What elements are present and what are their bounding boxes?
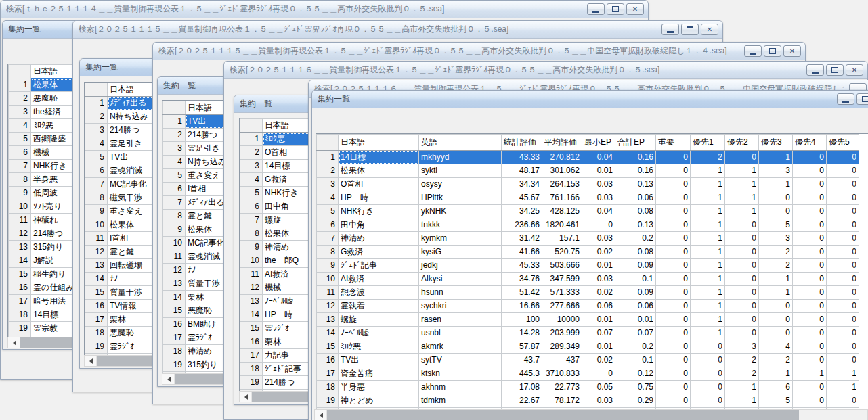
row-number-cell[interactable]: 11: [85, 232, 108, 246]
row-number-cell[interactable]: 13: [9, 241, 31, 254]
grid-cell[interactable]: 0: [725, 313, 759, 327]
grid-cell[interactable]: 0.01: [582, 259, 615, 273]
row-number-cell[interactable]: 7: [317, 232, 339, 246]
grid-cell[interactable]: rasen: [419, 313, 502, 327]
grid-cell[interactable]: 2: [759, 259, 793, 273]
maximize-button[interactable]: [607, 3, 624, 15]
grid-cell[interactable]: 0.12: [615, 367, 656, 381]
row-number-cell[interactable]: 19: [317, 394, 339, 408]
minimize-button[interactable]: [744, 45, 762, 57]
grid-cell[interactable]: 0: [582, 367, 615, 381]
row-number-cell[interactable]: 2: [85, 110, 108, 124]
grid-cell[interactable]: G救済: [339, 246, 419, 259]
row-number-cell[interactable]: 13: [317, 313, 339, 327]
grid-cell[interactable]: 0: [827, 218, 859, 232]
column-header[interactable]: 優先2: [725, 135, 759, 151]
grid-cell[interactable]: 0: [725, 286, 759, 300]
grid-cell[interactable]: O首相: [339, 178, 419, 191]
grid-cell[interactable]: ktskn: [419, 367, 502, 381]
grid-cell[interactable]: 3710.833: [542, 367, 582, 381]
grid-cell[interactable]: 0.09: [615, 286, 656, 300]
grid-cell[interactable]: 0: [793, 300, 827, 313]
row-number-cell[interactable]: 15: [85, 286, 108, 300]
column-header[interactable]: 優先5: [827, 135, 859, 151]
column-header[interactable]: 優先1: [691, 135, 725, 151]
row-number-cell[interactable]: 3: [9, 106, 31, 119]
grid-cell[interactable]: 0: [725, 259, 759, 273]
grid-cell[interactable]: 0: [759, 313, 793, 327]
grid-cell[interactable]: 22.773: [542, 381, 582, 394]
grid-cell[interactable]: 34.25: [502, 205, 542, 218]
grid-cell[interactable]: 0: [827, 286, 859, 300]
row-number-cell[interactable]: 4: [163, 156, 186, 169]
row-number-cell[interactable]: 6: [240, 200, 263, 214]
minimize-button[interactable]: [806, 64, 824, 76]
grid-cell[interactable]: 0: [793, 381, 827, 394]
grid-cell[interactable]: 0: [827, 151, 859, 164]
row-number-cell[interactable]: 2: [163, 129, 186, 142]
grid-cell[interactable]: 0.07: [615, 327, 656, 340]
grid-cell[interactable]: 田中角: [339, 218, 419, 232]
grid-cell[interactable]: 0: [725, 327, 759, 340]
row-number-cell[interactable]: 16: [85, 300, 108, 313]
grid-cell[interactable]: 0.03: [582, 394, 615, 408]
row-number-cell[interactable]: 5: [240, 187, 263, 200]
grid-cell[interactable]: 761.166: [542, 191, 582, 205]
grid-cell[interactable]: 0: [793, 273, 827, 286]
grid-cell[interactable]: 0: [793, 205, 827, 218]
column-header[interactable]: 英語: [419, 135, 502, 151]
grid-cell[interactable]: HPittk: [419, 191, 502, 205]
grid-cell[interactable]: 0.07: [582, 327, 615, 340]
column-header[interactable]: 優先3: [759, 135, 793, 151]
row-number-cell[interactable]: 12: [240, 281, 263, 295]
grid-cell[interactable]: kysiG: [419, 246, 502, 259]
grid-cell[interactable]: 0: [725, 246, 759, 259]
grid-cell[interactable]: 資金苦痛: [339, 367, 419, 381]
grid-cell[interactable]: 51.42: [502, 286, 542, 300]
grid-cell[interactable]: 1: [691, 313, 725, 327]
grid-cell[interactable]: 0: [656, 394, 691, 408]
row-number-cell[interactable]: 2: [317, 164, 339, 178]
grid-cell[interactable]: 45.67: [502, 191, 542, 205]
grid-cell[interactable]: 78.172: [542, 394, 582, 408]
row-number-cell[interactable]: 4: [9, 119, 31, 133]
grid-cell[interactable]: 1: [827, 381, 859, 394]
row-number-cell[interactable]: 12: [9, 227, 31, 241]
grid-cell[interactable]: 571.333: [542, 286, 582, 300]
grid-cell[interactable]: 2: [725, 367, 759, 381]
grid-cell[interactable]: 31.42: [502, 232, 542, 246]
row-number-cell[interactable]: 3: [317, 178, 339, 191]
row-number-cell[interactable]: 14: [9, 254, 31, 268]
grid-cell[interactable]: 2: [691, 151, 725, 164]
row-number-cell[interactable]: 13: [240, 295, 263, 308]
row-number-cell[interactable]: 9: [240, 241, 263, 254]
grid-cell[interactable]: 1: [725, 394, 759, 408]
maximize-button[interactable]: [826, 64, 844, 76]
grid-cell[interactable]: 445.3: [502, 367, 542, 381]
grid-cell[interactable]: 想念波: [339, 286, 419, 300]
row-number-cell[interactable]: 10: [240, 254, 263, 268]
row-number-cell[interactable]: 9: [163, 223, 186, 237]
row-number-cell[interactable]: 3: [240, 160, 263, 173]
maximize-button[interactable]: [681, 24, 699, 35]
grid-cell[interactable]: 半身悪: [339, 381, 419, 394]
grid-cell[interactable]: 0: [793, 151, 827, 164]
grid-cell[interactable]: 1: [725, 178, 759, 191]
row-number-cell[interactable]: 18: [317, 381, 339, 394]
row-number-cell[interactable]: 1: [240, 133, 263, 146]
grid-cell[interactable]: 1: [793, 367, 827, 381]
grid-cell[interactable]: 0.75: [615, 381, 656, 394]
grid-cell[interactable]: 0.13: [615, 218, 656, 232]
grid-cell[interactable]: 3: [725, 340, 759, 354]
grid-cell[interactable]: 1: [759, 367, 793, 381]
row-number-cell[interactable]: 5: [163, 169, 186, 183]
grid-cell[interactable]: 0.06: [615, 300, 656, 313]
grid-cell[interactable]: 0.1: [615, 354, 656, 367]
scroll-left-button[interactable]: [85, 356, 97, 366]
grid-cell[interactable]: 0.1: [615, 273, 656, 286]
grid-cell[interactable]: 0: [656, 232, 691, 246]
grid-cell[interactable]: 0.16: [615, 151, 656, 164]
grid-cell[interactable]: 神とどめ: [339, 394, 419, 408]
row-number-cell[interactable]: 10: [163, 237, 186, 250]
grid-cell[interactable]: HP一時: [339, 191, 419, 205]
